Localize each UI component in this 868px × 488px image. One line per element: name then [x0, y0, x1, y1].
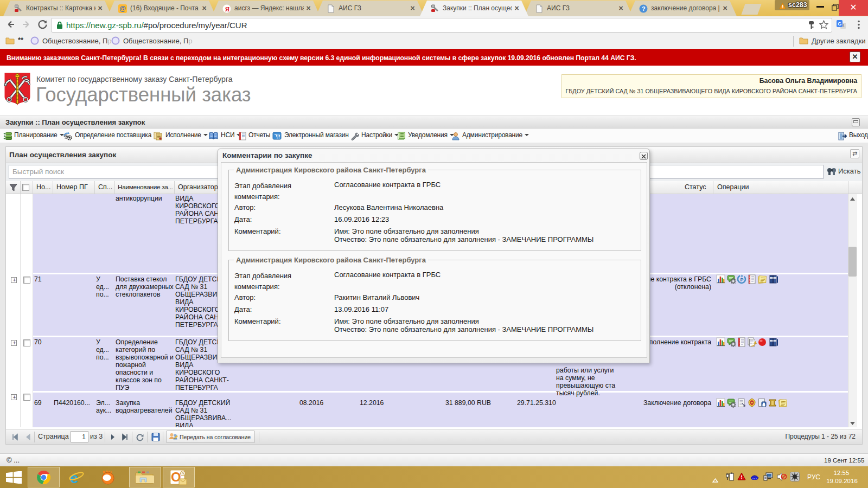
- svg-text:e: e: [70, 470, 79, 485]
- svg-text:?: ?: [642, 5, 646, 12]
- svg-text:Я: Я: [225, 5, 230, 13]
- svg-text:@: @: [119, 5, 126, 12]
- svg-text:G: G: [838, 21, 841, 27]
